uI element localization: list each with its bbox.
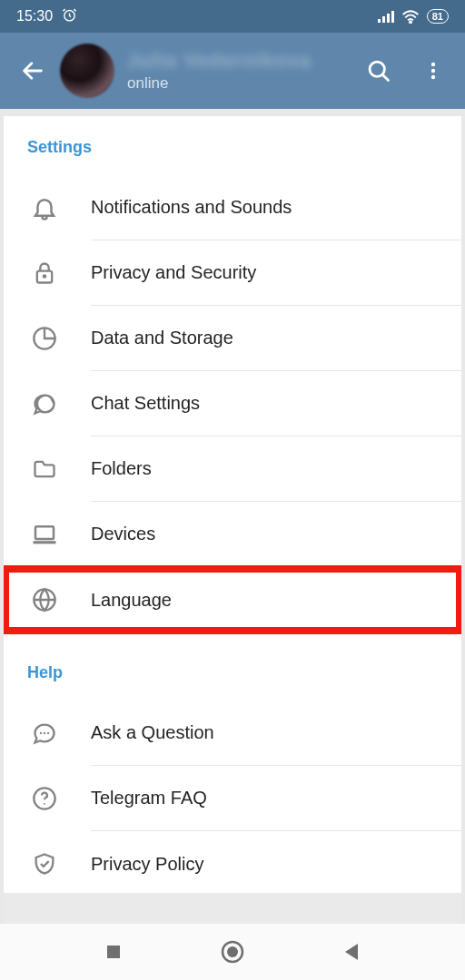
svg-rect-2 [382,16,385,23]
list-label: Chat Settings [91,371,461,436]
settings-item-notifications[interactable]: Notifications and Sounds [4,175,461,240]
chat-dots-icon [27,716,62,750]
help-item-privacy-policy[interactable]: Privacy Policy [4,831,461,893]
help-item-faq[interactable]: Telegram FAQ [4,766,461,831]
nav-back-button[interactable] [336,936,367,967]
settings-item-privacy[interactable]: Privacy and Security [4,240,461,306]
laptop-icon [27,517,62,552]
bell-icon [27,191,62,225]
svg-point-22 [227,946,238,957]
svg-rect-3 [387,14,390,23]
nav-home-button[interactable] [217,936,248,967]
question-icon [27,781,62,816]
svg-point-5 [410,21,411,23]
svg-rect-1 [378,19,381,23]
list-label: Notifications and Sounds [91,175,461,240]
section-title-help: Help [4,632,461,701]
svg-point-15 [40,732,42,734]
settings-item-language[interactable]: Language [4,567,461,632]
footer-gap [4,893,461,924]
list-label: Language [91,567,461,632]
search-button[interactable] [360,52,398,90]
battery-icon: 81 [427,9,449,24]
alarm-icon [62,7,77,26]
status-time: 15:30 [16,8,53,24]
list-label: Folders [91,436,461,502]
system-nav-bar [0,924,465,980]
svg-point-11 [44,275,45,277]
status-bar: 15:30 81 [0,0,465,33]
svg-rect-13 [35,526,54,539]
avatar[interactable] [60,44,114,98]
settings-item-folders[interactable]: Folders [4,436,461,502]
profile-name: Julia Vedernikova [127,49,312,73]
list-label: Ask a Question [91,701,461,766]
svg-point-19 [44,803,45,805]
profile-status: online [127,74,312,93]
svg-point-17 [47,732,49,734]
nav-recent-button[interactable] [98,936,129,967]
settings-item-devices[interactable]: Devices [4,502,461,567]
svg-point-8 [431,69,435,73]
svg-point-16 [44,732,45,734]
signal-icon [378,10,394,23]
list-label: Privacy and Security [91,240,461,306]
lock-icon [27,256,62,290]
svg-rect-4 [391,11,394,23]
list-label: Devices [91,502,461,567]
back-button[interactable] [13,51,53,91]
globe-icon [27,583,62,617]
svg-point-7 [431,63,435,66]
list-label: Telegram FAQ [91,766,461,831]
chat-icon [27,387,62,421]
shield-check-icon [27,847,62,881]
content: Settings Notifications and Sounds Privac… [4,116,461,893]
pie-chart-icon [27,321,62,356]
folder-icon [27,452,62,486]
app-header: Julia Vedernikova online [0,33,465,109]
settings-item-data[interactable]: Data and Storage [4,306,461,371]
section-title-settings: Settings [4,116,461,175]
more-button[interactable] [414,52,452,90]
list-label: Privacy Policy [91,831,461,893]
svg-point-9 [431,75,435,79]
settings-item-chat[interactable]: Chat Settings [4,371,461,436]
wifi-icon [401,10,420,24]
help-item-ask[interactable]: Ask a Question [4,701,461,766]
svg-rect-20 [107,946,120,958]
list-label: Data and Storage [91,306,461,371]
